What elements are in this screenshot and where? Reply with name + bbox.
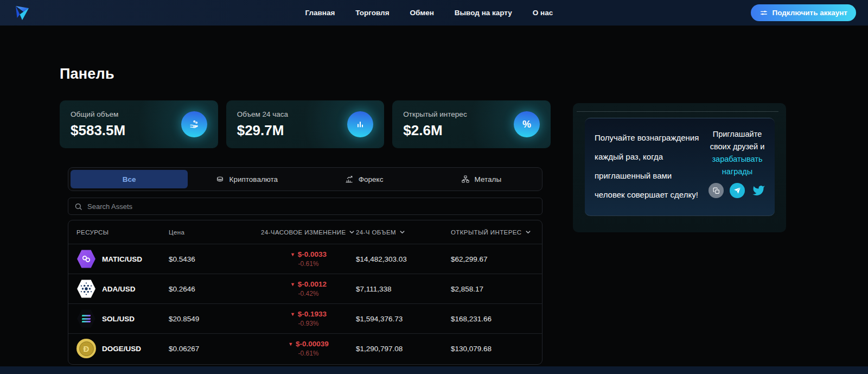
footer-bar (0, 366, 868, 374)
invite-text: Приглашайте своих друзей и (709, 128, 766, 153)
referral-message: Получайте вознаграждения каждый раз, ког… (595, 128, 703, 208)
stat-card-open-interest: Открытый интерес $2.6M % (392, 100, 551, 148)
pair-name: ADA/USD (102, 285, 136, 293)
chevron-down-icon (349, 229, 355, 235)
assets-table: РЕСУРСЫ Цена 24-ЧАСОВОЕ ИЗМЕНЕНИЕ 24-Ч О… (68, 220, 542, 365)
panel-divider (577, 111, 778, 112)
hand-coins-icon (181, 111, 207, 137)
twitter-icon[interactable] (751, 183, 766, 198)
price: $0.2646 (169, 285, 261, 293)
col-24h-volume[interactable]: 24-Ч ОБЪЕМ (356, 229, 451, 236)
ada-icon (76, 279, 96, 299)
stat-value: $2.6M (403, 122, 467, 139)
referral-panel: Получайте вознаграждения каждый раз, ког… (573, 103, 786, 232)
nav-link-withdraw[interactable]: Вывод на карту (455, 9, 512, 17)
change-cell: ▼$-0.0033 -0.61% (261, 250, 356, 268)
tab-forex[interactable]: Форекс (305, 170, 423, 188)
change-percent: -0.61% (298, 260, 318, 268)
sliders-icon (760, 9, 768, 17)
percent-icon: % (514, 111, 540, 137)
change-percent: -0.93% (298, 320, 318, 327)
page-title: Панель (60, 66, 551, 83)
asset-filter-tabs: Все Криптовалюта Форекс (68, 167, 542, 191)
change-percent: -0.42% (298, 290, 318, 297)
telegram-icon[interactable] (730, 183, 745, 198)
open-interest: $62,299.67 (451, 255, 542, 263)
search-icon (74, 202, 82, 211)
change-cell: ▼$-0.00039 -0.61% (261, 340, 356, 357)
nav-link-about[interactable]: О нас (533, 9, 553, 17)
stat-value: $29.7M (237, 122, 288, 139)
search-bar (68, 198, 542, 215)
stat-label: Общий объем (71, 110, 125, 118)
main-content: Панель Общий объем $583.5M Объем 24 часа… (60, 26, 551, 365)
chart-up-icon (344, 175, 354, 184)
price: $0.5436 (169, 255, 261, 263)
tab-crypto[interactable]: Криптовалюта (188, 170, 305, 188)
social-icons-row (709, 183, 766, 198)
volume: $7,111,338 (356, 285, 451, 293)
table-row[interactable]: SOL/USD $20.8549 ▼$-0.1933 -0.93% $1,594… (68, 303, 542, 333)
nav-link-home[interactable]: Главная (305, 9, 335, 17)
bar-chart-icon (347, 111, 373, 137)
col-open-interest[interactable]: ОТКРЫТЫЙ ИНТЕРЕС (451, 229, 542, 236)
top-navbar: Главная Торговля Обмен Вывод на карту О … (0, 0, 868, 26)
down-triangle-icon: ▼ (288, 341, 293, 347)
earn-rewards-link[interactable]: зарабатывать награды (709, 153, 766, 178)
pair-name: DOGE/USD (102, 345, 141, 353)
col-assets: РЕСУРСЫ (76, 229, 169, 236)
volume: $14,482,303.03 (356, 255, 451, 263)
down-triangle-icon: ▼ (290, 252, 295, 257)
stat-card-24h-volume: Объем 24 часа $29.7M (226, 100, 385, 148)
stat-label: Объем 24 часа (237, 110, 288, 118)
tab-all[interactable]: Все (71, 170, 188, 188)
down-triangle-icon: ▼ (290, 312, 295, 317)
volume: $1,290,797.08 (356, 345, 451, 353)
tab-metals[interactable]: Металы (423, 170, 540, 188)
matic-icon (76, 249, 96, 269)
stat-card-total-volume: Общий объем $583.5M (60, 100, 218, 148)
table-row[interactable]: MATIC/USD $0.5436 ▼$-0.0033 -0.61% $14,4… (68, 244, 542, 274)
price: $0.06267 (169, 345, 261, 353)
nav-link-trade[interactable]: Торговля (355, 9, 389, 17)
brand-logo-icon[interactable] (12, 3, 33, 23)
doge-icon: Đ (76, 339, 96, 358)
pair-name: MATIC/USD (102, 255, 142, 263)
nav-link-exchange[interactable]: Обмен (410, 9, 434, 17)
connect-account-button[interactable]: Подключить аккаунт (751, 4, 856, 21)
table-row[interactable]: Đ DOGE/USD $0.06267 ▼$-0.00039 -0.61% $1… (68, 333, 542, 363)
stats-row: Общий объем $583.5M Объем 24 часа $29.7M (60, 100, 551, 148)
table-header-row: РЕСУРСЫ Цена 24-ЧАСОВОЕ ИЗМЕНЕНИЕ 24-Ч О… (68, 220, 542, 244)
open-interest: $130,079.68 (451, 345, 542, 353)
sitemap-icon (461, 175, 470, 183)
coin-icon (215, 175, 225, 184)
stat-value: $583.5M (71, 122, 125, 139)
col-24h-change[interactable]: 24-ЧАСОВОЕ ИЗМЕНЕНИЕ (261, 229, 356, 236)
col-price: Цена (169, 229, 261, 236)
search-input[interactable] (87, 202, 536, 211)
referral-promo-card: Получайте вознаграждения каждый раз, ког… (585, 118, 775, 216)
price: $20.8549 (169, 315, 261, 323)
nav-links: Главная Торговля Обмен Вывод на карту О … (305, 0, 553, 26)
change-cell: ▼$-0.1933 -0.93% (261, 310, 356, 327)
sol-icon (76, 309, 96, 328)
chevron-down-icon (525, 229, 531, 235)
down-triangle-icon: ▼ (290, 282, 295, 287)
open-interest: $168,231.66 (451, 315, 542, 323)
copy-icon[interactable] (709, 183, 724, 198)
volume: $1,594,376.73 (356, 315, 451, 323)
stat-label: Открытый интерес (403, 110, 467, 118)
chevron-down-icon (399, 229, 405, 235)
table-row[interactable]: ADA/USD $0.2646 ▼$-0.0012 -0.42% $7,111,… (68, 274, 542, 303)
change-percent: -0.61% (298, 350, 318, 357)
open-interest: $2,858.17 (451, 285, 542, 293)
change-cell: ▼$-0.0012 -0.42% (261, 280, 356, 297)
pair-name: SOL/USD (102, 315, 135, 323)
